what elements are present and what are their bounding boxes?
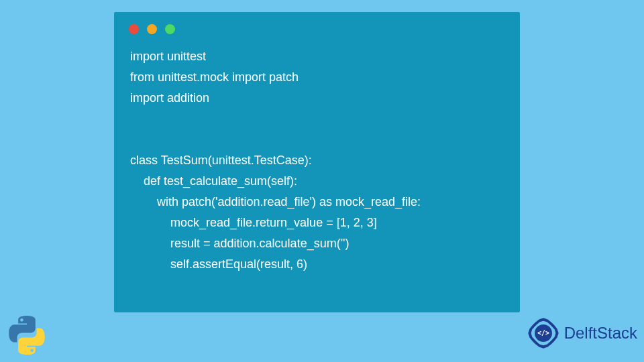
code-window: import unittest from unittest.mock impor… [114, 12, 520, 312]
code-line: class TestSum(unittest.TestCase): [130, 154, 312, 167]
svg-text:</>: </> [537, 329, 549, 337]
code-line: import addition [130, 91, 209, 105]
window-controls [129, 24, 504, 34]
minimize-icon [147, 24, 157, 34]
code-line: from unittest.mock import patch [130, 70, 299, 84]
code-line: self.assertEqual(result, 6) [130, 257, 307, 271]
python-logo-icon [5, 314, 48, 357]
code-block: import unittest from unittest.mock impor… [130, 46, 504, 274]
code-line: mock_read_file.return_value = [1, 2, 3] [130, 216, 377, 229]
code-line: result = addition.calculate_sum('') [130, 237, 350, 250]
delftstack-icon: </> [525, 315, 561, 351]
code-line: import unittest [130, 50, 206, 63]
code-line: with patch('addition.read_file') as mock… [130, 195, 421, 208]
close-icon [129, 24, 139, 34]
brand-logo: </> DelftStack [525, 315, 637, 351]
maximize-icon [165, 24, 175, 34]
code-line: def test_calculate_sum(self): [130, 174, 297, 188]
brand-name: DelftStack [564, 324, 637, 343]
